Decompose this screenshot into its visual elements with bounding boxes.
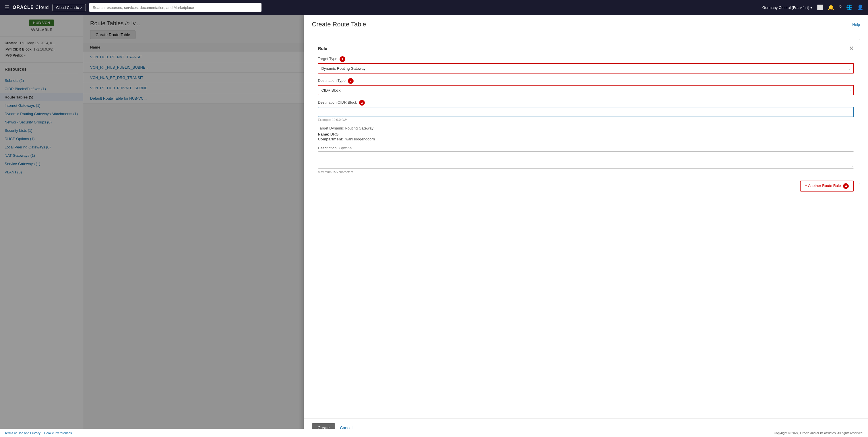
target-type-label: Target Type 1	[318, 56, 854, 62]
destination-type-select[interactable]: CIDR Block	[318, 85, 854, 95]
destination-cidr-input[interactable]: 172.16.1.0/24	[318, 107, 854, 117]
rule-card-title: Rule	[318, 46, 327, 51]
dialog-body: Rule ✕ Target Type 1 Dynamic Routing Gat…	[304, 33, 868, 418]
target-type-select-wrapper: Dynamic Routing Gateway ⌄	[318, 63, 854, 73]
description-max-hint: Maximum 255 characters	[318, 170, 854, 174]
destination-cidr-hint: Example: 10.0.0.0/24	[318, 118, 854, 121]
menu-icon[interactable]: ☰	[5, 4, 9, 11]
dialog-help-link[interactable]: Help	[852, 22, 860, 27]
destination-cidr-group: Destination CIDR Block 3 172.16.1.0/24 E…	[318, 100, 854, 121]
rule-close-button[interactable]: ✕	[849, 45, 854, 52]
target-drg-compartment: Compartment: IwanHoogendoorn	[318, 137, 854, 141]
cookie-link[interactable]: Cookie Preferences	[44, 431, 72, 435]
region-chevron-icon: ▾	[810, 5, 812, 10]
terms-link[interactable]: Terms of Use and Privacy	[5, 431, 40, 435]
destination-type-badge: 2	[348, 78, 353, 84]
target-name-label: Name:	[318, 132, 329, 136]
target-drg-name: Name: DRG	[318, 132, 854, 136]
cloud-text: Cloud	[36, 5, 49, 10]
rule-card: Rule ✕ Target Type 1 Dynamic Routing Gat…	[312, 39, 860, 184]
cloud-classic-button[interactable]: Cloud Classic >	[52, 4, 86, 11]
target-type-badge: 1	[340, 56, 345, 62]
target-drg-label: Target Dynamic Routing Gateway	[318, 126, 854, 130]
oracle-logo: ORACLE Cloud	[12, 5, 49, 10]
description-group: Description Optional Maximum 255 charact…	[318, 146, 854, 174]
destination-type-label: Destination Type 2	[318, 78, 854, 84]
target-type-group: Target Type 1 Dynamic Routing Gateway ⌄	[318, 56, 854, 73]
footer: Terms of Use and Privacy Cookie Preferen…	[0, 429, 868, 437]
create-route-table-dialog: Create Route Table Help Rule ✕ Target Ty…	[304, 15, 868, 437]
another-route-rule-button[interactable]: + Another Route Rule 4	[800, 181, 854, 191]
search-input[interactable]	[89, 3, 261, 12]
user-icon[interactable]: 👤	[857, 4, 863, 11]
dialog-header: Create Route Table Help	[304, 15, 868, 33]
notification-icon[interactable]: 🔔	[828, 4, 834, 11]
developer-icon[interactable]: ⬜	[817, 4, 823, 11]
rule-card-header: Rule ✕	[318, 45, 854, 52]
destination-type-group: Destination Type 2 CIDR Block ⌄	[318, 78, 854, 95]
target-compartment-label: Compartment:	[318, 137, 343, 141]
another-rule-badge: 4	[843, 183, 849, 189]
target-compartment-value: IwanHoogendoorn	[344, 137, 375, 141]
footer-left: Terms of Use and Privacy Cookie Preferen…	[5, 431, 72, 435]
destination-cidr-label: Destination CIDR Block 3	[318, 100, 854, 106]
help-icon[interactable]: ?	[839, 5, 842, 11]
description-optional: Optional	[339, 146, 352, 150]
target-name-value: DRG	[330, 132, 339, 136]
dialog-title: Create Route Table	[312, 21, 366, 28]
target-drg-info: Target Dynamic Routing Gateway Name: DRG…	[318, 126, 854, 141]
destination-cidr-badge: 3	[359, 100, 365, 106]
destination-type-select-wrapper: CIDR Block ⌄	[318, 85, 854, 95]
description-textarea[interactable]	[318, 151, 854, 168]
topnav-right: Germany Central (Frankfurt) ▾ ⬜ 🔔 ? 🌐 👤	[763, 4, 863, 11]
region-label: Germany Central (Frankfurt)	[763, 5, 809, 10]
top-navigation: ☰ ORACLE Cloud Cloud Classic > Germany C…	[0, 0, 868, 15]
globe-icon[interactable]: 🌐	[846, 4, 852, 11]
description-label: Description Optional	[318, 146, 854, 150]
footer-copyright: Copyright © 2024, Oracle and/or its affi…	[774, 431, 863, 435]
target-type-select[interactable]: Dynamic Routing Gateway	[318, 63, 854, 73]
region-selector[interactable]: Germany Central (Frankfurt) ▾	[763, 5, 812, 10]
oracle-text: ORACLE	[12, 5, 34, 10]
